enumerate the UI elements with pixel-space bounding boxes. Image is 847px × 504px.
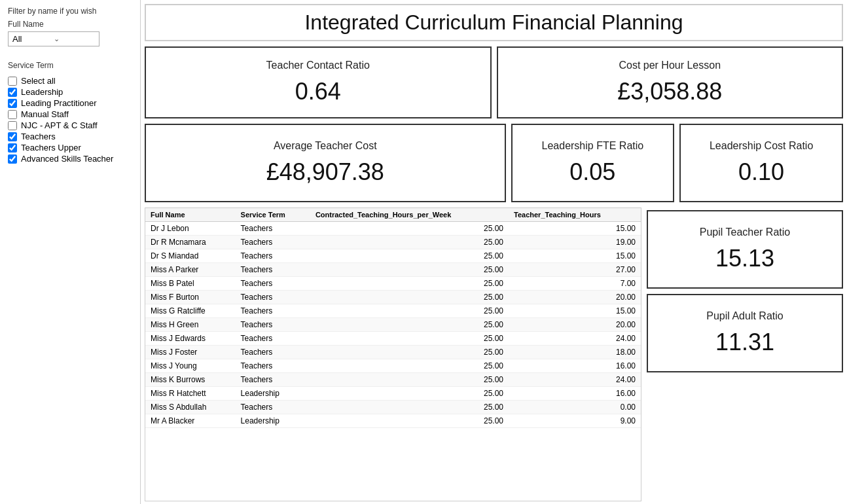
checkbox-input-2[interactable] [8, 99, 17, 108]
cell-contracted-hours: 25.00 [310, 249, 509, 263]
cell-service-term: Leadership [236, 387, 310, 401]
checkbox-input-4[interactable] [8, 121, 17, 130]
leadership-fte-title: Leadership FTE Ratio [542, 140, 644, 152]
cell-teaching-hours: 16.00 [509, 359, 641, 373]
cell-teaching-hours: 9.00 [509, 414, 641, 428]
checkbox-label-7: Advanced Skills Teacher [21, 154, 113, 164]
cost-per-hour-value: £3,058.88 [617, 78, 722, 105]
checkbox-label-2: Leading Practitioner [21, 98, 97, 108]
cell-contracted-hours: 25.00 [310, 291, 509, 304]
cell-contracted-hours: 25.00 [310, 263, 509, 277]
table-row: Dr J LebonTeachers25.0015.00 [145, 222, 641, 236]
pupil-teacher-ratio-value: 15.13 [715, 245, 774, 272]
cell-teaching-hours: 20.00 [509, 291, 641, 304]
cell-service-term: Teachers [236, 236, 310, 249]
checkbox-item-1[interactable]: Leadership [8, 86, 132, 98]
cell-service-term: Teachers [236, 263, 310, 277]
table-row: Dr R McnamaraTeachers25.0019.00 [145, 236, 641, 249]
cell-service-term: Teachers [236, 249, 310, 263]
cell-teaching-hours: 16.00 [509, 387, 641, 401]
cell-contracted-hours: 25.00 [310, 236, 509, 249]
table-row: Miss R HatchettLeadership25.0016.00 [145, 387, 641, 401]
col-header-teaching: Teacher_Teaching_Hours [509, 208, 641, 222]
checkbox-input-1[interactable] [8, 88, 17, 97]
table-header-row: Full Name Service Term Contracted_Teachi… [145, 208, 641, 222]
checkbox-label-5: Teachers [21, 132, 56, 141]
cell-teaching-hours: 0.00 [509, 401, 641, 414]
kpi-row-1: Teacher Contact Ratio 0.64 Cost per Hour… [141, 44, 847, 121]
checkbox-input-7[interactable] [8, 154, 17, 164]
page-title: Integrated Curriculum Financial Planning [146, 10, 842, 35]
filter-label: Filter by name if you wish [8, 7, 132, 16]
cell-full-name: Miss A Parker [145, 263, 236, 277]
cost-per-hour-title: Cost per Hour Lesson [619, 60, 721, 71]
cell-service-term: Teachers [236, 304, 310, 318]
main-content: Integrated Curriculum Financial Planning… [141, 0, 847, 504]
avg-teacher-cost-value: £48,907.38 [266, 158, 384, 186]
pupil-teacher-ratio-card: Pupil Teacher Ratio 15.13 [647, 210, 843, 289]
cell-full-name: Mr A Blacker [145, 414, 236, 428]
fullname-dropdown[interactable]: All ⌄ [8, 31, 99, 46]
data-table-container: Full Name Service Term Contracted_Teachi… [145, 207, 641, 501]
pupil-adult-ratio-card: Pupil Adult Ratio 11.31 [647, 294, 843, 372]
cell-teaching-hours: 7.00 [509, 277, 641, 291]
pupil-adult-ratio-title: Pupil Adult Ratio [706, 310, 783, 322]
fullname-label: Full Name [8, 20, 132, 29]
cell-teaching-hours: 18.00 [509, 346, 641, 359]
table-row: Miss A ParkerTeachers25.0027.00 [145, 263, 641, 277]
checkbox-label-3: Manual Staff [21, 109, 69, 119]
checkbox-item-7[interactable]: Advanced Skills Teacher [8, 153, 132, 164]
table-row: Miss B PatelTeachers25.007.00 [145, 277, 641, 291]
cell-full-name: Miss H Green [145, 318, 236, 332]
staff-table: Full Name Service Term Contracted_Teachi… [145, 208, 641, 428]
avg-teacher-cost-title: Average Teacher Cost [274, 140, 377, 152]
cell-service-term: Teachers [236, 222, 310, 236]
col-header-service: Service Term [236, 208, 310, 222]
checkbox-item-4[interactable]: NJC - APT & C Staff [8, 120, 132, 131]
table-row: Miss S AbdullahTeachers25.000.00 [145, 401, 641, 414]
cell-teaching-hours: 15.00 [509, 304, 641, 318]
cell-contracted-hours: 25.00 [310, 359, 509, 373]
table-row: Miss J FosterTeachers25.0018.00 [145, 346, 641, 359]
cell-contracted-hours: 25.00 [310, 414, 509, 428]
table-row: Miss J EdwardsTeachers25.0024.00 [145, 332, 641, 346]
leadership-kpi-group: Leadership FTE Ratio 0.05 Leadership Cos… [511, 124, 844, 202]
cell-full-name: Miss S Abdullah [145, 401, 236, 414]
checkbox-item-6[interactable]: Teachers Upper [8, 142, 132, 153]
cell-full-name: Dr S Miandad [145, 249, 236, 263]
leadership-fte-value: 0.05 [569, 158, 615, 186]
title-bar: Integrated Curriculum Financial Planning [145, 4, 843, 41]
table-row: Miss K BurrowsTeachers25.0024.00 [145, 373, 641, 387]
cell-contracted-hours: 25.00 [310, 304, 509, 318]
col-header-name: Full Name [145, 208, 236, 222]
cell-contracted-hours: 25.00 [310, 277, 509, 291]
cell-full-name: Dr R Mcnamara [145, 236, 236, 249]
cell-contracted-hours: 25.00 [310, 222, 509, 236]
cell-full-name: Miss R Hatchett [145, 387, 236, 401]
checkbox-input-3[interactable] [8, 110, 17, 119]
checkbox-item-0[interactable]: Select all [8, 75, 132, 86]
checkbox-item-3[interactable]: Manual Staff [8, 109, 132, 120]
pupil-adult-ratio-value: 11.31 [715, 329, 774, 356]
cell-service-term: Teachers [236, 373, 310, 387]
cell-contracted-hours: 25.00 [310, 387, 509, 401]
cell-full-name: Miss J Foster [145, 346, 236, 359]
leadership-cost-card: Leadership Cost Ratio 0.10 [679, 124, 843, 202]
checkbox-input-6[interactable] [8, 143, 17, 153]
checkbox-label-4: NJC - APT & C Staff [21, 120, 98, 130]
checkbox-item-5[interactable]: Teachers [8, 131, 132, 142]
cell-full-name: Dr J Lebon [145, 222, 236, 236]
cell-full-name: Miss B Patel [145, 277, 236, 291]
cell-service-term: Teachers [236, 346, 310, 359]
checkbox-item-2[interactable]: Leading Practitioner [8, 98, 132, 109]
bottom-section: Full Name Service Term Contracted_Teachi… [141, 205, 847, 504]
table-scroll-area[interactable]: Full Name Service Term Contracted_Teachi… [145, 208, 641, 501]
cell-service-term: Teachers [236, 401, 310, 414]
cell-teaching-hours: 19.00 [509, 236, 641, 249]
pupil-teacher-ratio-title: Pupil Teacher Ratio [700, 226, 790, 238]
checkbox-input-5[interactable] [8, 132, 17, 141]
cell-teaching-hours: 15.00 [509, 222, 641, 236]
cell-service-term: Leadership [236, 414, 310, 428]
leadership-cost-title: Leadership Cost Ratio [710, 140, 813, 152]
checkbox-input-0[interactable] [8, 77, 17, 86]
